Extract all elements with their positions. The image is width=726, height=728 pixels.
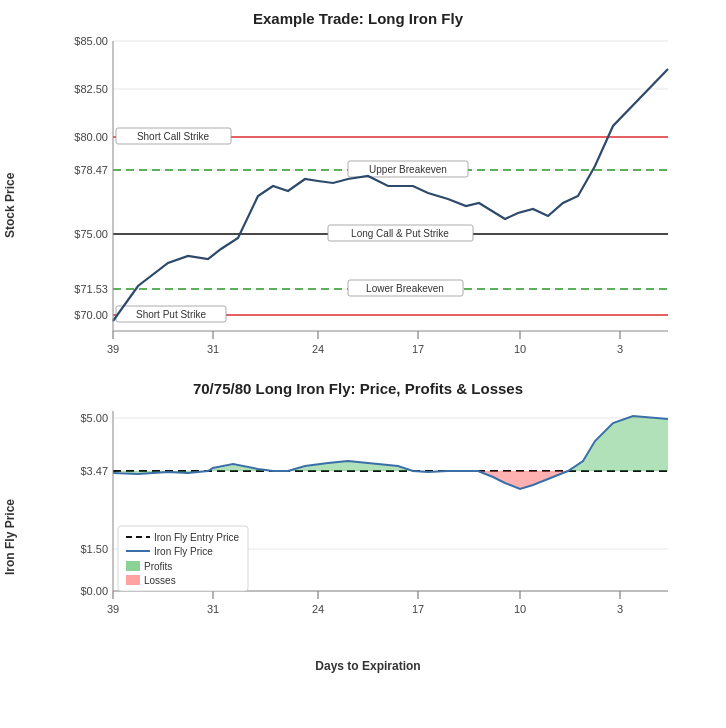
bottom-x-label-31: 31: [207, 603, 219, 615]
bottom-y-0: $0.00: [80, 585, 108, 597]
legend-losses-box: [126, 575, 140, 585]
bottom-chart-title: 70/75/80 Long Iron Fly: Price, Profits &…: [0, 380, 716, 397]
x-label-3: 3: [617, 343, 623, 355]
lower-breakeven-label: Lower Breakeven: [366, 283, 444, 294]
x-label-17: 17: [412, 343, 424, 355]
bottom-x-label-24: 24: [312, 603, 324, 615]
main-container: Example Trade: Long Iron Fly Stock Price: [0, 0, 726, 728]
bottom-x-label-3: 3: [617, 603, 623, 615]
y-label-825: $82.50: [74, 83, 108, 95]
legend-profits-box: [126, 561, 140, 571]
top-chart-inner: $85.00 $82.50 $80.00 $78.47 $75.00 $71.5…: [20, 31, 716, 380]
top-chart-title: Example Trade: Long Iron Fly: [0, 10, 716, 27]
bottom-chart-area: Iron Fly Price $5.00 $3.47 $1.50 $0.00: [0, 401, 716, 673]
bottom-chart-svg: $5.00 $3.47 $1.50 $0.00: [20, 401, 716, 651]
y-label-75: $75.00: [74, 228, 108, 240]
legend-entry-label: Iron Fly Entry Price: [154, 532, 239, 543]
bottom-y-5: $5.00: [80, 412, 108, 424]
x-axis-label: Days to Expiration: [20, 659, 716, 673]
x-label-24: 24: [312, 343, 324, 355]
legend-fly-label: Iron Fly Price: [154, 546, 213, 557]
y-label-85: $85.00: [74, 35, 108, 47]
loss-fill: [478, 471, 568, 489]
long-call-put-label: Long Call & Put Strike: [351, 228, 449, 239]
bottom-chart-wrapper: 70/75/80 Long Iron Fly: Price, Profits &…: [0, 380, 716, 673]
top-y-axis-label: Stock Price: [0, 31, 20, 380]
top-chart-area: Stock Price $85.00 $: [0, 31, 716, 380]
x-label-31: 31: [207, 343, 219, 355]
bottom-y-axis-label: Iron Fly Price: [0, 401, 20, 673]
short-put-label: Short Put Strike: [136, 309, 206, 320]
y-label-7153: $71.53: [74, 283, 108, 295]
bottom-x-label-10: 10: [514, 603, 526, 615]
y-label-7847: $78.47: [74, 164, 108, 176]
top-chart-wrapper: Example Trade: Long Iron Fly Stock Price: [0, 10, 716, 380]
short-call-label: Short Call Strike: [137, 131, 210, 142]
x-label-10: 10: [514, 343, 526, 355]
y-label-70: $70.00: [74, 309, 108, 321]
bottom-x-label-39: 39: [107, 603, 119, 615]
legend-profits-label: Profits: [144, 561, 172, 572]
iron-fly-price-line: [113, 416, 668, 489]
bottom-y-347: $3.47: [80, 465, 108, 477]
y-label-80: $80.00: [74, 131, 108, 143]
bottom-y-150: $1.50: [80, 543, 108, 555]
bottom-chart-inner: $5.00 $3.47 $1.50 $0.00: [20, 401, 716, 673]
x-label-39: 39: [107, 343, 119, 355]
profit-fill-right: [568, 416, 668, 471]
top-chart-svg: $85.00 $82.50 $80.00 $78.47 $75.00 $71.5…: [20, 31, 716, 371]
legend-losses-label: Losses: [144, 575, 176, 586]
bottom-x-label-17: 17: [412, 603, 424, 615]
upper-breakeven-label: Upper Breakeven: [369, 164, 447, 175]
